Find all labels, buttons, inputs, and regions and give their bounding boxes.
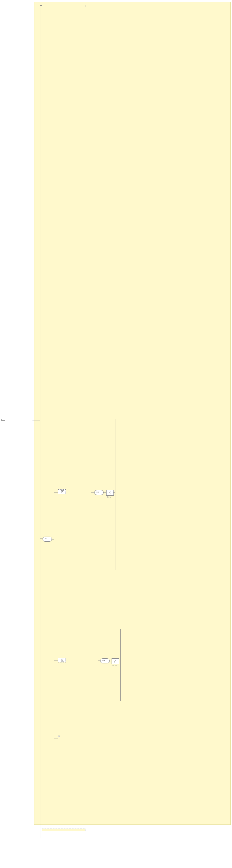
- diagram-root: + 0..∞ + 0..∞: [0, 0, 232, 868]
- concept-relationships-group[interactable]: +: [58, 658, 66, 662]
- extension-partition: [34, 2, 231, 825]
- concept-definition-group[interactable]: +: [58, 489, 66, 494]
- crg-choice: [111, 658, 119, 664]
- top-attributes-box: [42, 5, 86, 7]
- crg-card: 0..∞: [112, 664, 117, 666]
- bottom-attributes-box: [42, 829, 86, 831]
- cdg-choice: [106, 490, 114, 496]
- expand-icon[interactable]: +: [61, 659, 64, 661]
- cdg-card: 0..∞: [107, 496, 111, 498]
- sequence-main: [42, 537, 52, 542]
- crg-seq: [100, 658, 110, 663]
- cdg-seq: [94, 490, 104, 495]
- expand-icon[interactable]: +: [61, 490, 64, 493]
- body-any: [58, 736, 60, 737]
- root-element: [1, 419, 5, 421]
